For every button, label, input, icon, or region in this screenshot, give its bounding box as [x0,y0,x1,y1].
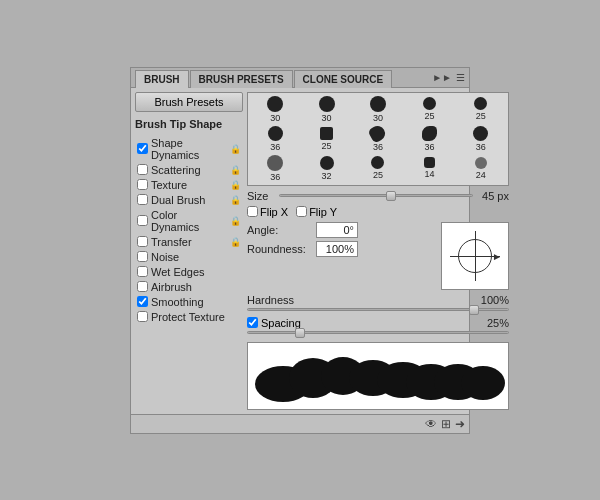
size-slider-container [279,194,473,197]
stroke-preview [247,342,509,410]
brush-cell[interactable]: 30 [353,95,403,124]
roundness-row: Roundness: [247,241,437,257]
angle-controls: Angle: Roundness: [247,222,437,290]
crosshair: ► [450,231,500,281]
wet-edges-check[interactable] [137,266,148,277]
transfer-check[interactable] [137,236,148,247]
brush-cell[interactable]: 30 [250,95,300,124]
eye-icon[interactable]: 👁 [425,417,437,431]
section-title: Brush Tip Shape [135,116,243,132]
hardness-section: Hardness 100% [247,294,509,313]
list-item[interactable]: Color Dynamics 🔒 [135,208,243,234]
scattering-check[interactable] [137,164,148,175]
brush-cell[interactable]: 30 [301,95,351,124]
list-item[interactable]: Dual Brush 🔒 [135,193,243,207]
list-item[interactable]: Wet Edges [135,265,243,279]
flip-row: Flip X Flip Y [247,206,509,218]
angle-label: Angle: [247,224,312,236]
protect-texture-check[interactable] [137,311,148,322]
brush-cell[interactable]: 36 [353,125,403,153]
tab-brush-presets[interactable]: BRUSH PRESETS [190,70,293,88]
crosshair-circle [458,239,492,273]
list-item[interactable]: Airbrush [135,280,243,294]
hardness-value: 100% [471,294,509,306]
brush-cell[interactable]: 36 [404,125,454,153]
angle-input[interactable] [316,222,358,238]
menu-icon[interactable]: ☰ [456,72,465,83]
brush-grid: 30 30 30 25 [247,92,509,186]
flip-x-check[interactable] [247,206,258,217]
airbrush-label: Airbrush [151,281,241,293]
smoothing-check[interactable] [137,296,148,307]
brush-cell[interactable]: 24 [456,154,506,183]
noise-label: Noise [151,251,241,263]
brush-cell[interactable]: 36 [456,125,506,153]
brush-cell[interactable]: 25 [456,95,506,124]
tab-clone-source[interactable]: CLONE SOURCE [294,70,393,88]
spacing-slider-track [247,331,509,334]
list-item[interactable]: Smoothing [135,295,243,309]
grid-icon[interactable]: ⊞ [441,417,451,431]
lock-icon: 🔒 [230,237,241,247]
list-item[interactable]: Shape Dynamics 🔒 [135,136,243,162]
list-item[interactable]: Protect Texture [135,310,243,324]
brush-panel: BRUSH BRUSH PRESETS CLONE SOURCE ►► ☰ Br… [130,67,470,434]
size-slider-thumb[interactable] [386,191,396,201]
lock-icon: 🔒 [230,144,241,154]
brush-cell[interactable]: 36 [250,154,300,183]
airbrush-check[interactable] [137,281,148,292]
spacing-row: Spacing 25% [247,317,509,329]
size-slider-track [279,194,473,197]
roundness-label: Roundness: [247,243,312,255]
spacing-section: Spacing 25% [247,317,509,336]
roundness-input[interactable] [316,241,358,257]
spacing-check[interactable] [247,317,258,328]
list-item[interactable]: Noise [135,250,243,264]
shape-dynamics-check[interactable] [137,143,148,154]
size-row: Size 45 px [247,190,509,202]
expand-icon[interactable]: ►► [432,72,452,83]
right-panel: 30 30 30 25 [247,92,509,410]
protect-texture-label: Protect Texture [151,311,241,323]
flip-y-text: Flip Y [309,206,337,218]
brush-preview-circle: ► [441,222,509,290]
color-dynamics-check[interactable] [137,215,148,226]
brush-cell[interactable]: 32 [301,154,351,183]
spacing-label: Spacing [261,317,301,329]
checklist: Shape Dynamics 🔒 Scattering 🔒 Texture 🔒 … [135,136,243,324]
tab-brush[interactable]: BRUSH [135,70,189,88]
crosshair-arrow: ► [492,250,502,261]
flip-y-label[interactable]: Flip Y [296,206,337,218]
arrow-icon[interactable]: ➜ [455,417,465,431]
spacing-label-wrap[interactable]: Spacing [247,317,312,329]
list-item[interactable]: Texture 🔒 [135,178,243,192]
brush-cell[interactable]: 14 [404,154,454,183]
noise-check[interactable] [137,251,148,262]
shape-dynamics-label: Shape Dynamics [151,137,227,161]
lock-icon: 🔒 [230,180,241,190]
list-item[interactable]: Scattering 🔒 [135,163,243,177]
brush-grid-inner: 30 30 30 25 [250,95,506,183]
brush-cell[interactable]: 25 [353,154,403,183]
lock-icon: 🔒 [230,195,241,205]
tab-bar: BRUSH BRUSH PRESETS CLONE SOURCE ►► ☰ [131,68,469,88]
spacing-slider-thumb[interactable] [295,328,305,338]
brush-cell[interactable]: 25 [301,125,351,153]
flip-x-label[interactable]: Flip X [247,206,288,218]
size-label: Size [247,190,275,202]
hardness-label: Hardness [247,294,302,306]
list-item[interactable]: Transfer 🔒 [135,235,243,249]
angle-row: Angle: [247,222,437,238]
left-panel: Brush Presets Brush Tip Shape Shape Dyna… [135,92,243,410]
brush-presets-button[interactable]: Brush Presets [135,92,243,112]
svg-point-7 [461,366,505,400]
brush-cell[interactable]: 25 [404,95,454,124]
lock-icon: 🔒 [230,165,241,175]
tab-extras: ►► ☰ [432,72,465,85]
flip-y-check[interactable] [296,206,307,217]
dual-brush-check[interactable] [137,194,148,205]
hardness-slider-thumb[interactable] [469,305,479,315]
brush-cell[interactable]: 36 [250,125,300,153]
angle-section: Angle: Roundness: ► [247,222,509,290]
texture-check[interactable] [137,179,148,190]
